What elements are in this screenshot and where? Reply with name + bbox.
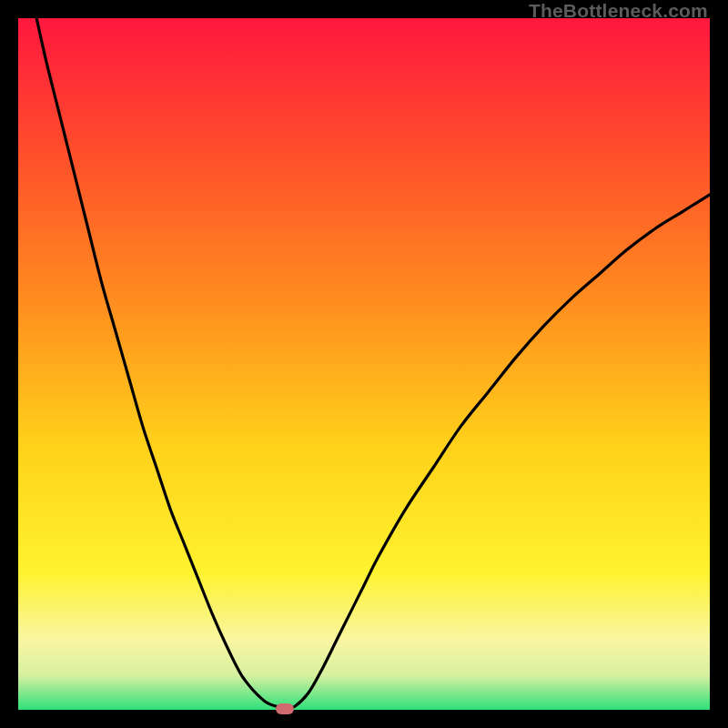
- chart-frame: [18, 18, 710, 710]
- chart-plot: [18, 18, 710, 710]
- watermark-text: TheBottleneck.com: [529, 0, 708, 22]
- gradient-background: [18, 18, 710, 710]
- optimum-marker: [276, 703, 294, 714]
